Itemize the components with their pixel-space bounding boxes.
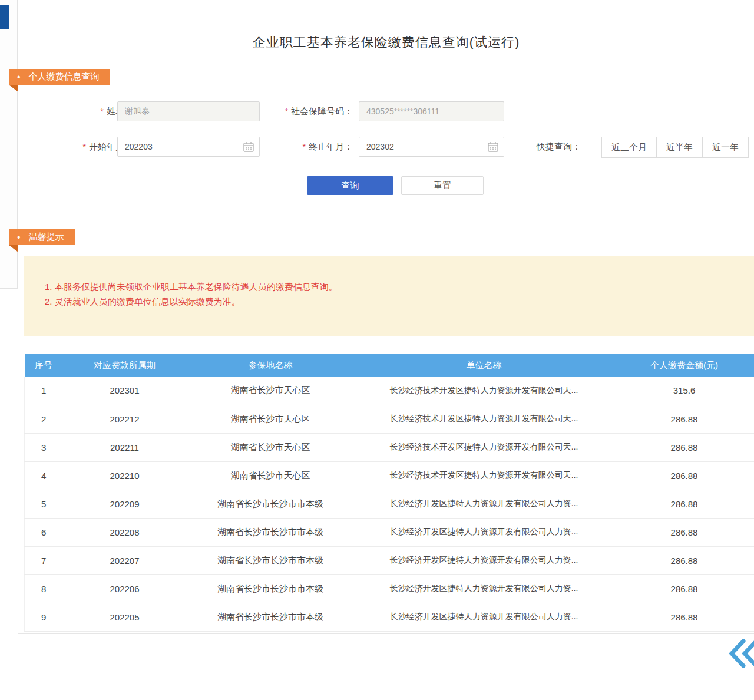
cell-company: 长沙经济开发区捷特人力资源开发有限公司人力资... [355, 574, 614, 603]
section-badge-personal-query: • 个人缴费信息查询 [9, 69, 110, 85]
required-marker: * [303, 142, 306, 151]
cell-amount: 315.6 [614, 377, 754, 405]
cell-index: 1 [25, 377, 63, 405]
cell-company: 长沙经济技术开发区捷特人力资源开发有限公司天... [355, 377, 614, 405]
cell-place: 湖南省长沙市长沙市市本级 [187, 603, 355, 631]
cell-amount: 286.88 [614, 603, 754, 631]
table-row: 8202206湖南省长沙市长沙市市本级长沙经济开发区捷特人力资源开发有限公司人力… [25, 574, 754, 603]
cell-company: 长沙经济开发区捷特人力资源开发有限公司人力资... [355, 518, 614, 546]
bullet-icon: • [17, 72, 21, 82]
table-row: 5202209湖南省长沙市长沙市市本级长沙经济开发区捷特人力资源开发有限公司人力… [25, 490, 754, 518]
section-badge-tips: • 温馨提示 [9, 229, 75, 245]
cell-period: 202207 [63, 546, 187, 574]
quick-query-group: 近三个月近半年近一年 [601, 137, 749, 158]
cell-index: 4 [25, 461, 63, 490]
header-period: 对应费款所属期 [63, 354, 187, 377]
header-index: 序号 [25, 354, 63, 377]
required-marker: * [285, 107, 288, 116]
ssn-field[interactable] [359, 101, 504, 121]
calendar-icon[interactable] [488, 141, 498, 152]
tip-line: 1. 本服务仅提供尚未领取企业职工基本养老保险待遇人员的缴费信息查询。 [45, 279, 737, 294]
cell-amount: 286.88 [614, 461, 754, 490]
cell-place: 湖南省长沙市天心区 [187, 433, 355, 461]
table-row: 1202301湖南省长沙市天心区长沙经济技术开发区捷特人力资源开发有限公司天..… [25, 377, 754, 405]
cell-period: 202210 [63, 461, 187, 490]
cell-amount: 286.88 [614, 518, 754, 546]
table-row: 7202207湖南省长沙市长沙市市本级长沙经济开发区捷特人力资源开发有限公司人力… [25, 546, 754, 574]
cell-amount: 286.88 [614, 574, 754, 603]
cell-company: 长沙经济技术开发区捷特人力资源开发有限公司天... [355, 433, 614, 461]
name-field[interactable] [117, 101, 260, 121]
table-row: 2202212湖南省长沙市天心区长沙经济技术开发区捷特人力资源开发有限公司天..… [25, 405, 754, 433]
cell-place: 湖南省长沙市长沙市市本级 [187, 574, 355, 603]
cell-index: 8 [25, 574, 63, 603]
cell-company: 长沙经济开发区捷特人力资源开发有限公司人力资... [355, 546, 614, 574]
cell-place: 湖南省长沙市天心区 [187, 405, 355, 433]
cell-place: 湖南省长沙市天心区 [187, 377, 355, 405]
cell-index: 6 [25, 518, 63, 546]
main-panel: 企业职工基本养老保险缴费信息查询(试运行) • 个人缴费信息查询 *姓名： *社… [18, 5, 754, 634]
cell-index: 7 [25, 546, 63, 574]
quick-query-button[interactable]: 近三个月 [601, 137, 657, 158]
payment-table-body: 1202301湖南省长沙市天心区长沙经济技术开发区捷特人力资源开发有限公司天..… [25, 377, 754, 631]
section-badge-label: 温馨提示 [29, 232, 64, 243]
end-month-label: *终止年月： [277, 137, 353, 157]
cell-amount: 286.88 [614, 546, 754, 574]
collapse-panel-chevron-icon[interactable] [729, 638, 754, 669]
query-button[interactable]: 查询 [307, 176, 393, 195]
cell-place: 湖南省长沙市长沙市市本级 [187, 546, 355, 574]
header-company: 单位名称 [355, 354, 614, 377]
table-row: 9202205湖南省长沙市长沙市市本级长沙经济开发区捷特人力资源开发有限公司人力… [25, 603, 754, 631]
bullet-icon: • [17, 233, 21, 242]
table-header-row: 序号 对应费款所属期 参保地名称 单位名称 个人缴费金额(元) [25, 354, 754, 377]
cell-company: 长沙经济开发区捷特人力资源开发有限公司人力资... [355, 490, 614, 518]
end-month-field[interactable] [359, 137, 504, 157]
reset-button[interactable]: 重置 [401, 176, 484, 195]
cell-index: 9 [25, 603, 63, 631]
tip-line: 2. 灵活就业人员的缴费单位信息以实际缴费为准。 [45, 294, 737, 309]
table-row: 3202211湖南省长沙市天心区长沙经济技术开发区捷特人力资源开发有限公司天..… [25, 433, 754, 461]
header-place: 参保地名称 [187, 354, 355, 377]
cell-company: 长沙经济开发区捷特人力资源开发有限公司人力资... [355, 603, 614, 631]
cell-period: 202209 [63, 490, 187, 518]
quick-query-button[interactable]: 近半年 [656, 137, 703, 158]
page-title: 企业职工基本养老保险缴费信息查询(试运行) [18, 34, 754, 51]
cell-place: 湖南省长沙市天心区 [187, 461, 355, 490]
cell-amount: 286.88 [614, 490, 754, 518]
calendar-icon[interactable] [243, 141, 254, 152]
tips-notice-box: 1. 本服务仅提供尚未领取企业职工基本养老保险待遇人员的缴费信息查询。 2. 灵… [24, 256, 754, 336]
cell-place: 湖南省长沙市长沙市市本级 [187, 518, 355, 546]
cell-amount: 286.88 [614, 405, 754, 433]
quick-query-label: 快捷查询： [537, 137, 596, 157]
cell-index: 3 [25, 433, 63, 461]
cell-company: 长沙经济技术开发区捷特人力资源开发有限公司天... [355, 405, 614, 433]
section-badge-label: 个人缴费信息查询 [29, 71, 100, 82]
required-marker: * [83, 142, 86, 151]
sidebar-collapsed-tab[interactable] [0, 5, 9, 29]
cell-company: 长沙经济技术开发区捷特人力资源开发有限公司天... [355, 461, 614, 490]
cell-period: 202301 [63, 377, 187, 405]
cell-period: 202208 [63, 518, 187, 546]
cell-period: 202212 [63, 405, 187, 433]
quick-query-button[interactable]: 近一年 [702, 137, 749, 158]
payment-table: 序号 对应费款所属期 参保地名称 单位名称 个人缴费金额(元) 1202301湖… [24, 354, 754, 632]
header-amount: 个人缴费金额(元) [614, 354, 754, 377]
table-row: 6202208湖南省长沙市长沙市市本级长沙经济开发区捷特人力资源开发有限公司人力… [25, 518, 754, 546]
cell-index: 2 [25, 405, 63, 433]
ssn-label: *社会保障号码： [254, 101, 353, 121]
cell-place: 湖南省长沙市长沙市市本级 [187, 490, 355, 518]
cell-period: 202206 [63, 574, 187, 603]
cell-period: 202211 [63, 433, 187, 461]
start-month-field[interactable] [117, 137, 260, 157]
cell-period: 202205 [63, 603, 187, 631]
table-row: 4202210湖南省长沙市天心区长沙经济技术开发区捷特人力资源开发有限公司天..… [25, 461, 754, 490]
cell-amount: 286.88 [614, 433, 754, 461]
required-marker: * [101, 107, 104, 116]
cell-index: 5 [25, 490, 63, 518]
